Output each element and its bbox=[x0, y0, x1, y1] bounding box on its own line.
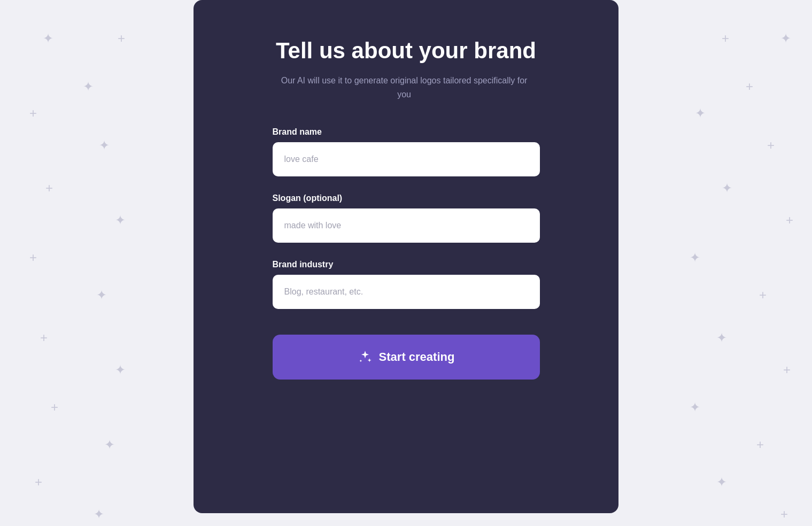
plus-icon: ✦ bbox=[96, 289, 107, 301]
brand-industry-input[interactable] bbox=[273, 275, 540, 309]
page-subtitle: Our AI will use it to generate original … bbox=[276, 74, 532, 101]
slogan-input[interactable] bbox=[273, 208, 540, 243]
plus-icon: ✦ bbox=[716, 331, 727, 344]
plus-icon: ✦ bbox=[722, 182, 732, 195]
plus-icon: ✦ bbox=[780, 32, 791, 45]
brand-name-label: Brand name bbox=[273, 127, 540, 137]
main-card: Tell us about your brand Our AI will use… bbox=[194, 0, 618, 513]
plus-icon: ✦ bbox=[716, 476, 727, 489]
plus-icon: ✦ bbox=[104, 438, 115, 451]
plus-icon: ✦ bbox=[690, 401, 700, 414]
plus-icon: + bbox=[722, 32, 729, 45]
plus-icon: ✦ bbox=[99, 139, 110, 152]
plus-icon: ✦ bbox=[83, 80, 94, 93]
plus-icon: ✦ bbox=[43, 32, 53, 45]
plus-icon: ✦ bbox=[115, 363, 126, 376]
brand-industry-field: Brand industry bbox=[273, 260, 540, 309]
brand-name-input[interactable] bbox=[273, 142, 540, 176]
page-title: Tell us about your brand bbox=[276, 37, 536, 64]
plus-icon: + bbox=[767, 139, 775, 152]
card-header: Tell us about your brand Our AI will use… bbox=[276, 37, 536, 102]
start-creating-button[interactable]: Start creating bbox=[273, 335, 540, 380]
plus-icon: + bbox=[29, 107, 37, 120]
brand-name-field: Brand name bbox=[273, 127, 540, 176]
plus-icon: + bbox=[40, 331, 48, 344]
plus-icon: + bbox=[45, 182, 53, 195]
brand-industry-label: Brand industry bbox=[273, 260, 540, 269]
slogan-field: Slogan (optional) bbox=[273, 194, 540, 243]
plus-icon: + bbox=[759, 289, 767, 301]
plus-icon: ✦ bbox=[94, 508, 104, 521]
plus-icon: + bbox=[756, 438, 764, 451]
brand-form: Brand name Slogan (optional) Brand indus… bbox=[273, 127, 540, 309]
plus-icon: + bbox=[29, 251, 37, 264]
sparkles-svg bbox=[358, 350, 373, 365]
start-creating-label: Start creating bbox=[379, 350, 455, 364]
plus-icon: + bbox=[35, 476, 42, 489]
sparkle-icon bbox=[358, 350, 373, 365]
plus-icon: + bbox=[746, 80, 753, 93]
plus-icon: ✦ bbox=[695, 107, 706, 120]
plus-icon: ✦ bbox=[115, 214, 126, 227]
plus-icon: + bbox=[786, 214, 793, 227]
plus-icon: + bbox=[51, 401, 58, 414]
plus-icon: + bbox=[780, 508, 788, 521]
plus-icon: + bbox=[118, 32, 125, 45]
plus-icon: ✦ bbox=[690, 251, 700, 264]
plus-icon: + bbox=[783, 363, 791, 376]
slogan-label: Slogan (optional) bbox=[273, 194, 540, 203]
